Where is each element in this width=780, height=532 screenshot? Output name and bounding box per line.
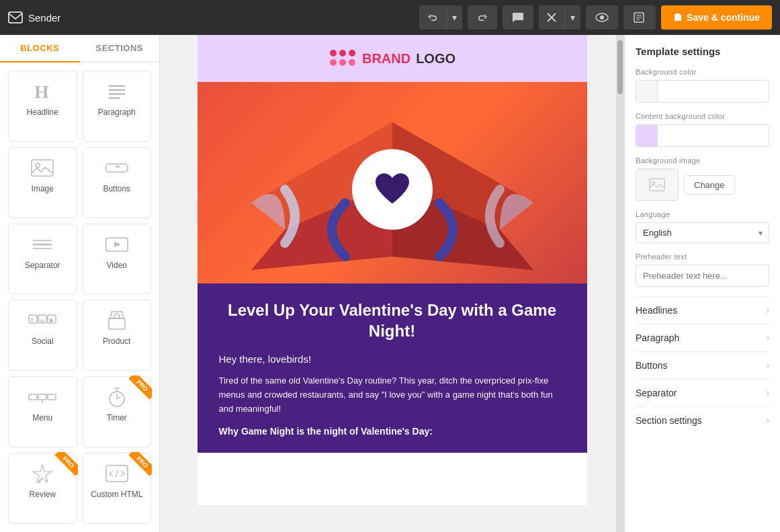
close-icon xyxy=(547,13,556,22)
brand-dots-icon xyxy=(329,48,357,69)
section-headlines: Headlines › xyxy=(636,296,769,324)
topbar: Sender ▾ ▾ Save & continue xyxy=(0,0,780,35)
headline-icon: H xyxy=(32,79,53,103)
block-timer[interactable]: Timer xyxy=(83,376,152,447)
save-icon xyxy=(673,13,683,22)
paragraph-chevron-icon: › xyxy=(767,333,769,343)
separator-chevron-icon: › xyxy=(767,388,769,398)
close-group: ▾ xyxy=(539,5,580,30)
block-image-label: Image xyxy=(32,184,54,193)
comment-button[interactable] xyxy=(503,5,533,30)
block-product[interactable]: Product xyxy=(83,300,152,371)
block-video[interactable]: Video xyxy=(83,224,152,295)
block-headline[interactable]: H Headline xyxy=(8,71,77,142)
tab-blocks[interactable]: BLOCKS xyxy=(0,35,80,62)
section-buttons-toggle[interactable]: Buttons › xyxy=(636,360,769,371)
block-separator-label: Separator xyxy=(25,261,60,270)
svg-line-41 xyxy=(116,470,118,478)
svg-rect-53 xyxy=(650,179,664,191)
block-menu[interactable]: Menu xyxy=(8,376,77,447)
svg-point-43 xyxy=(339,50,346,56)
preview-icon xyxy=(595,13,609,22)
bg-image-change-button[interactable]: Change xyxy=(684,175,735,195)
svg-point-31 xyxy=(42,401,44,403)
email-hero xyxy=(198,82,587,283)
envelope-icon xyxy=(8,11,23,24)
section-paragraph-toggle[interactable]: Paragraph › xyxy=(636,332,769,343)
language-label: Language xyxy=(636,210,769,218)
content-bg-input[interactable]: #E8D1FF xyxy=(658,125,769,146)
block-buttons-label: Buttons xyxy=(103,184,130,193)
block-buttons[interactable]: Buttons xyxy=(83,147,152,218)
svg-point-39 xyxy=(39,482,41,484)
brand-text-brand: BRAND xyxy=(362,51,410,66)
review-pro-ribbon xyxy=(50,452,78,480)
block-headline-label: Headline xyxy=(27,107,58,117)
menu-icon xyxy=(28,385,57,409)
buttons-icon xyxy=(105,156,129,180)
custom-html-pro-ribbon xyxy=(124,452,152,480)
section-separator-toggle[interactable]: Separator › xyxy=(636,388,769,398)
block-timer-label: Timer xyxy=(107,413,127,423)
section-headlines-toggle[interactable]: Headlines › xyxy=(636,305,769,316)
svg-point-46 xyxy=(339,59,346,66)
redo-button[interactable] xyxy=(468,5,497,30)
svg-rect-30 xyxy=(48,394,56,400)
block-separator[interactable]: Separator xyxy=(8,224,77,295)
email-greeting: Hey there, lovebirds! xyxy=(219,353,566,365)
save-continue-button[interactable]: Save & continue xyxy=(661,5,772,30)
preheader-input[interactable] xyxy=(636,265,769,287)
more-button[interactable] xyxy=(623,5,656,30)
svg-rect-21 xyxy=(29,315,37,323)
section-section-settings: Section settings › xyxy=(636,406,769,434)
social-icon: f in xyxy=(28,308,56,332)
block-paragraph[interactable]: Paragraph xyxy=(83,71,152,142)
bg-image-label: Background image xyxy=(636,157,769,165)
section-settings-toggle[interactable]: Section settings › xyxy=(636,415,769,426)
content-bg-swatch[interactable] xyxy=(636,125,658,146)
email-body: Level Up Your Valentine's Day with a Gam… xyxy=(198,283,587,453)
close-button[interactable] xyxy=(539,5,564,30)
canvas-scroll[interactable]: BRANDLOGO xyxy=(160,35,624,532)
content-bg-label: Content background color xyxy=(636,112,769,120)
section-buttons-label: Buttons xyxy=(636,360,667,371)
block-image[interactable]: Image xyxy=(8,147,77,218)
bg-image-row: Change xyxy=(636,169,769,201)
preview-button[interactable] xyxy=(586,5,618,30)
svg-text:in: in xyxy=(40,318,44,324)
section-buttons: Buttons › xyxy=(636,351,769,379)
undo-icon xyxy=(427,12,438,23)
content-bg-row: #E8D1FF xyxy=(636,124,769,147)
block-menu-label: Menu xyxy=(32,413,52,423)
bg-image-preview xyxy=(636,169,679,201)
undo-button[interactable] xyxy=(419,5,446,30)
block-social[interactable]: f in Social xyxy=(8,300,77,371)
bg-color-input[interactable]: #f6f6f6 xyxy=(658,81,769,102)
svg-rect-27 xyxy=(109,318,125,329)
svg-line-34 xyxy=(117,396,121,399)
section-paragraph-label: Paragraph xyxy=(636,332,679,343)
image-icon xyxy=(30,156,54,180)
tab-sections[interactable]: SECTIONS xyxy=(80,35,160,61)
scrollbar-thumb[interactable] xyxy=(617,40,623,94)
svg-rect-29 xyxy=(38,394,46,400)
app-logo: Sender xyxy=(8,11,60,24)
undo-dropdown-button[interactable]: ▾ xyxy=(446,5,462,30)
language-select-row: English French German Spanish ▾ xyxy=(636,222,769,243)
svg-marker-26 xyxy=(50,318,54,323)
bg-color-swatch[interactable] xyxy=(636,81,658,102)
block-custom-html[interactable]: Custom HTML xyxy=(83,453,152,524)
block-review[interactable]: Review xyxy=(8,453,77,524)
svg-text:H: H xyxy=(34,81,49,102)
save-label: Save & continue xyxy=(687,12,760,23)
block-custom-html-label: Custom HTML xyxy=(91,490,142,499)
buttons-chevron-icon: › xyxy=(767,361,769,370)
language-select[interactable]: English French German Spanish xyxy=(636,222,769,243)
close-dropdown-button[interactable]: ▾ xyxy=(564,5,580,30)
brand-text-logo: LOGO xyxy=(416,51,456,66)
scrollbar-track xyxy=(616,35,624,532)
headlines-chevron-icon: › xyxy=(767,306,769,315)
section-separator: Separator › xyxy=(636,379,769,406)
block-social-label: Social xyxy=(32,337,54,346)
svg-point-45 xyxy=(330,59,337,66)
